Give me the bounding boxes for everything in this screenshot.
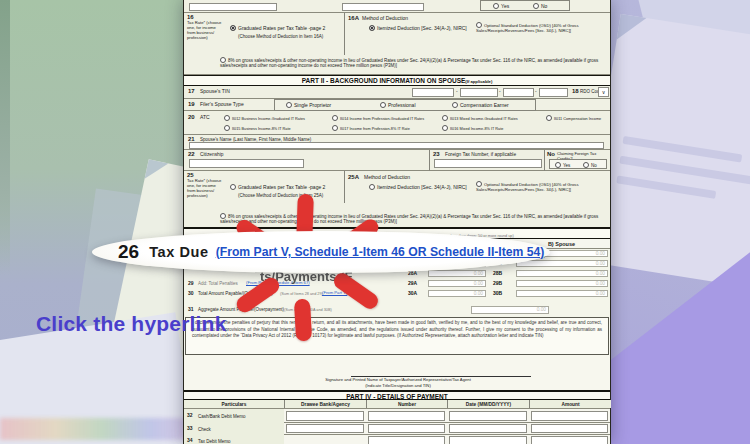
payment-input[interactable] (449, 411, 527, 421)
filer-spouse-type-label: Filer's Spouse Type (200, 102, 244, 108)
radio-graduated-rates-25[interactable]: Graduated Rates per Tax Table -page 2 (230, 184, 325, 191)
screenshot-root: Click the hyperlink Yes No 16 Tax Rate* … (0, 0, 750, 444)
column-divider (429, 150, 430, 171)
radio-icon[interactable] (452, 102, 458, 108)
radio-icon[interactable] (555, 162, 561, 168)
radio-icon[interactable] (224, 125, 230, 131)
payment-input[interactable] (449, 436, 527, 444)
payment-input[interactable] (531, 424, 608, 433)
spouse-name-input[interactable] (189, 142, 604, 149)
payment-input[interactable] (286, 424, 364, 433)
paper-line (616, 175, 716, 199)
radio-atc-ii015[interactable]: II015 Business Income-8% IT Rate (224, 125, 291, 131)
radio-no[interactable]: No (533, 3, 547, 10)
amount-field-28a[interactable]: 0.00 (428, 270, 486, 277)
spouse-tin-label: Spouse's TIN (200, 89, 230, 95)
radio-icon[interactable] (493, 3, 499, 9)
payment-input[interactable] (368, 424, 445, 433)
part4-header: PART IV - DETAILS OF PAYMENT (184, 390, 610, 400)
radio-osd-25[interactable]: Optional Standard Deduction (OSD) [40% o… (476, 181, 608, 193)
tin-box-1[interactable] (412, 88, 454, 97)
text-input[interactable] (342, 3, 424, 11)
row-33-label: Check (198, 427, 211, 432)
radio-icon[interactable] (369, 184, 375, 190)
foreign-tax-number-input[interactable] (434, 159, 542, 168)
radio-icon[interactable] (380, 102, 386, 108)
radio-graduated-rates[interactable]: Graduated Rates per Tax Table -page 2 (230, 25, 325, 32)
item-number: 30B (493, 290, 502, 296)
radio-icon[interactable] (332, 125, 338, 131)
atc-label: ATC (200, 115, 210, 121)
payment-input[interactable] (286, 411, 364, 421)
amount-field-30b[interactable]: 0.00 (516, 290, 608, 297)
red-burst-stroke-bottom (294, 299, 312, 342)
paper-fold (617, 14, 647, 44)
radio-yes[interactable]: Yes (493, 3, 509, 10)
radio-icon[interactable] (583, 162, 589, 168)
radio-compensation-earner[interactable]: Compensation Earner (452, 102, 509, 109)
radio-icon-selected[interactable] (230, 25, 236, 31)
radio-itemized-deduction-25[interactable]: Itemized Deduction [Sec. 34(A-J), NIRC] (369, 184, 467, 191)
amount-field-27b[interactable]: 0.00 (516, 260, 608, 267)
radio-atc-ii017[interactable]: II017 Income from Profession-8% IT Rate (332, 125, 410, 131)
signature-caption-2: (Indicate Title/Designation and TIN) (248, 384, 548, 389)
radio-icon[interactable] (332, 115, 338, 121)
amount-field-29a[interactable]: 0.00 (428, 280, 486, 287)
radio-icon[interactable] (286, 102, 292, 108)
tin-box-2[interactable] (460, 88, 498, 97)
radio-atc-ii011[interactable]: II011 Compensation Income (546, 115, 601, 121)
radio-osd[interactable]: Optional Standard Deduction (OSD) [40% o… (476, 22, 608, 34)
radio-icon[interactable] (224, 115, 230, 121)
radio-atc-ii013[interactable]: II013 Mixed Income-Graduated IT Rates (442, 115, 518, 121)
radio-professional[interactable]: Professional (380, 102, 416, 109)
item-number: 19 (188, 101, 195, 108)
amount-field-28b[interactable]: 0.00 (516, 270, 608, 277)
radio-icon-selected[interactable] (369, 25, 375, 31)
radio-atc-ii016[interactable]: II016 Mixed Income-8% IT Rate (442, 125, 503, 131)
foreign-tax-number-label: Foreign Tax Number, if applicable (445, 152, 516, 158)
payment-input[interactable] (531, 436, 608, 444)
payment-input[interactable] (368, 411, 445, 421)
radio-icon[interactable] (220, 213, 226, 219)
radio-yes[interactable]: Yes (555, 162, 570, 168)
column-divider (344, 171, 345, 203)
item-number: 30 (188, 291, 194, 297)
radio-icon[interactable] (220, 57, 226, 63)
tin-box-3[interactable] (503, 88, 534, 97)
radio-8-percent-25[interactable]: 8% on gross sales/receipts & other non-o… (220, 213, 608, 225)
radio-icon[interactable] (230, 184, 236, 190)
radio-atc-ii014[interactable]: II014 Income from Profession-Graduated I… (332, 115, 424, 121)
form-row-33: 33 Check (184, 423, 610, 435)
item-number: 34 (187, 438, 193, 444)
radio-icon[interactable] (442, 115, 448, 121)
background-spine (0, 0, 10, 275)
item-16a-label: Method of Deduction (362, 16, 408, 22)
radio-atc-ii012[interactable]: II012 Business Income-Graduated IT Rates (224, 115, 305, 121)
declaration-text: I declare under the penalties of perjury… (186, 318, 608, 342)
form-row-19: 19 Filer's Spouse Type Single Proprietor… (184, 99, 610, 111)
radio-no[interactable]: No (583, 162, 597, 168)
payment-input[interactable] (449, 424, 527, 433)
tax-due-hyperlink[interactable]: (From Part V, Schedule 1-Item 46 OR Sche… (216, 245, 545, 259)
tin-box-4[interactable] (539, 88, 568, 97)
radio-itemized-deduction[interactable]: Itemized Deduction [Sec. 34(A-J), NIRC] (369, 25, 467, 32)
radio-single-proprietor[interactable]: Single Proprietor (286, 102, 331, 109)
citizenship-input[interactable] (189, 159, 304, 168)
radio-icon[interactable] (442, 125, 448, 131)
payment-input[interactable] (368, 436, 445, 444)
item-number: 33 (187, 426, 193, 432)
text-input[interactable] (189, 3, 277, 11)
payment-input[interactable] (531, 411, 608, 421)
amount-field-31[interactable]: 0.00 (471, 306, 549, 314)
item-16-side-label: Tax Rate* (choose one, for income from b… (187, 21, 223, 41)
amount-field-30a[interactable]: 0.00 (428, 290, 486, 297)
form-row-20: 20 ATC II012 Business Income-Graduated I… (184, 111, 610, 135)
part2-header: PART II - BACKGROUND INFORMATION ON SPOU… (184, 75, 610, 86)
radio-icon[interactable] (533, 3, 539, 9)
item-number: 28B (493, 270, 502, 276)
rdo-code-dropdown[interactable]: ∨ (598, 87, 609, 97)
amount-field-29b[interactable]: 0.00 (516, 280, 608, 287)
radio-8-percent[interactable]: 8% on gross sales/receipts & other non-o… (220, 57, 608, 69)
item-number: 22 (188, 151, 195, 158)
radio-icon[interactable] (546, 115, 552, 121)
